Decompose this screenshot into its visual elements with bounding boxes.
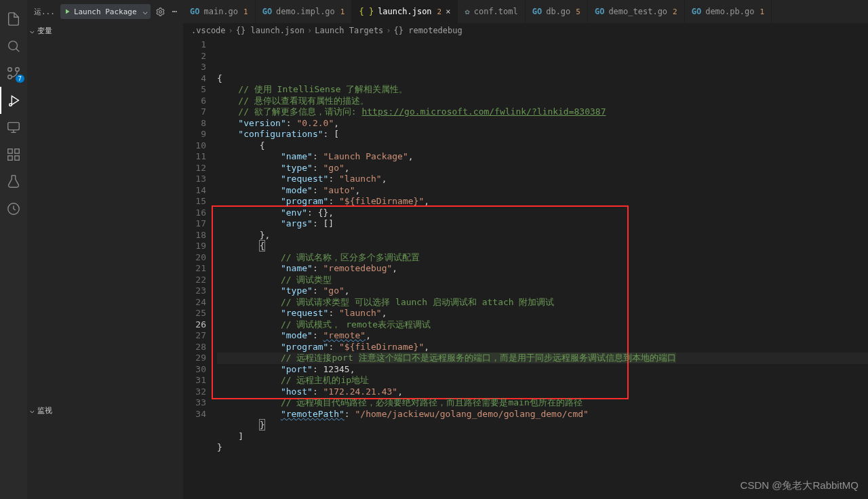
section-variables[interactable]: ⌵ 变量 [27, 23, 183, 38]
code-line[interactable]: "host": "172.24.21.43", [217, 386, 868, 398]
source-control-icon[interactable]: 7 [0, 60, 27, 87]
chevron-down-icon: ⌵ [30, 406, 35, 415]
line-number: 2 [183, 51, 206, 62]
run-header: 运... Launch Package ⌵ ⋯ [27, 0, 183, 23]
breadcrumb-sep: › [229, 26, 233, 35]
go-icon: GO [190, 7, 199, 16]
code-line[interactable]: // 远程连接port 注意这个端口不是远程服务的端口，而是用于同步远程服务调试… [217, 353, 868, 364]
tab-label: launch.json [378, 7, 431, 16]
tab-badge: 2 [673, 7, 677, 16]
close-icon[interactable]: × [446, 7, 450, 16]
line-number: 6 [183, 96, 206, 107]
gutter: 1234567891011121314151617181920212223242… [183, 38, 217, 499]
code-line[interactable]: "version": "0.2.0", [217, 118, 868, 129]
tab-label: main.go [203, 7, 238, 16]
line-number: 16 [183, 207, 206, 219]
code-line[interactable]: "mode": "auto", [217, 185, 868, 197]
code-line[interactable]: "request": "launch", [217, 308, 868, 319]
section-watch[interactable]: ⌵ 监视 [27, 403, 183, 418]
watermark: CSDN @兔老大RabbitMQ [741, 479, 859, 492]
code-line[interactable]: "program": "${fileDirname}", [217, 196, 868, 207]
code-line[interactable]: // 调试名称，区分多个多调试配置 [217, 252, 868, 264]
code-line[interactable]: "program": "${fileDirname}", [217, 342, 868, 353]
line-number: 29 [183, 353, 206, 364]
play-icon [63, 7, 71, 16]
line-number: 27 [183, 330, 206, 342]
code-line[interactable]: "args": [] [217, 218, 868, 230]
gear-icon[interactable] [153, 7, 167, 17]
sidebar: 运... Launch Package ⌵ ⋯ ⌵ 变量 ⌵ 监视 [27, 0, 183, 499]
line-number: 7 [183, 106, 206, 118]
tab-badge: 5 [576, 7, 580, 16]
code-line[interactable]: "mode": "remote", [217, 330, 868, 342]
code-line[interactable]: ] [217, 431, 868, 443]
tab-label: demo.pb.go [705, 7, 754, 16]
timeline-icon[interactable] [0, 195, 27, 222]
run-config-selector[interactable]: Launch Package ⌵ [60, 4, 151, 19]
section-watch-label: 监视 [37, 405, 52, 416]
tab-demo.pb.go[interactable]: GOdemo.pb.go1 [685, 0, 772, 23]
tab-demo_test.go[interactable]: GOdemo_test.go2 [588, 0, 685, 23]
line-number: 30 [183, 364, 206, 376]
code-line[interactable]: // 远程主机的ip地址 [217, 375, 868, 386]
code-line[interactable]: // 调试模式， remote表示远程调试 [217, 319, 868, 331]
explorer-icon[interactable] [0, 5, 27, 33]
code-area[interactable]: { // 使用 IntelliSense 了解相关属性。 // 悬停以查看现有属… [217, 38, 868, 499]
code-line[interactable]: { [217, 73, 868, 85]
search-icon[interactable] [0, 33, 27, 60]
code-line[interactable]: { [217, 140, 868, 152]
line-number: 31 [183, 375, 206, 386]
editor[interactable]: 1234567891011121314151617181920212223242… [183, 38, 868, 499]
tab-db.go[interactable]: GOdb.go5 [526, 0, 588, 23]
remote-explorer-icon[interactable] [0, 114, 27, 141]
breadcrumb-item[interactable]: Launch Targets [315, 26, 383, 35]
tab-demo.impl.go[interactable]: GOdemo.impl.go1 [256, 0, 353, 23]
code-line[interactable]: "port": 12345, [217, 364, 868, 376]
code-line[interactable]: // 调试请求类型 可以选择 launch 启动调试和 attach 附加调试 [217, 297, 868, 308]
watch-body [27, 418, 183, 499]
svg-point-1 [16, 68, 20, 72]
code-line[interactable]: { [217, 241, 868, 252]
run-debug-icon[interactable] [0, 87, 27, 114]
tab-conf.toml[interactable]: ✿conf.toml [458, 0, 525, 23]
code-line[interactable]: "name": "Launch Package", [217, 151, 868, 163]
tab-launch.json[interactable]: { }launch.json2× [352, 0, 458, 23]
tab-main.go[interactable]: GOmain.go1 [183, 0, 256, 23]
line-number: 15 [183, 196, 206, 207]
code-line[interactable]: "configurations": [ [217, 129, 868, 140]
tab-bar: GOmain.go1GOdemo.impl.go1{ }launch.json2… [183, 0, 868, 23]
line-number: 22 [183, 275, 206, 286]
testing-icon[interactable] [0, 168, 27, 195]
svg-point-4 [9, 104, 12, 106]
code-line[interactable]: "remotePath": "/home/jackiewu/golang_dem… [217, 409, 868, 420]
code-line[interactable]: "type": "go", [217, 163, 868, 174]
extensions-icon[interactable] [0, 141, 27, 168]
code-line[interactable]: "name": "remotedebug", [217, 263, 868, 275]
line-number: 23 [183, 285, 206, 297]
code-line[interactable]: "type": "go", [217, 285, 868, 297]
tab-label: demo_test.go [608, 7, 667, 16]
code-line[interactable]: } [217, 420, 868, 431]
breadcrumbs[interactable]: .vscode›{} launch.json›Launch Targets›{}… [183, 23, 868, 38]
code-line[interactable]: // 远程项目代码路径，必须要绝对路径，而且路径需要是main包所在的路径 [217, 397, 868, 409]
breadcrumb-item[interactable]: .vscode [191, 26, 226, 35]
code-line[interactable]: // 悬停以查看现有属性的描述。 [217, 96, 868, 107]
code-line[interactable]: "request": "launch", [217, 174, 868, 185]
go-icon: GO [532, 7, 542, 16]
code-line[interactable]: // 使用 IntelliSense 了解相关属性。 [217, 84, 868, 96]
line-number: 11 [183, 151, 206, 163]
code-line[interactable]: } [217, 442, 868, 454]
svg-rect-6 [8, 149, 12, 153]
code-line[interactable]: // 欲了解更多信息，请访问: https://go.microsoft.com… [217, 106, 868, 118]
code-line[interactable]: }, [217, 230, 868, 241]
tab-badge: 1 [760, 7, 764, 16]
breadcrumb-item[interactable]: {} launch.json [236, 26, 304, 35]
more-icon[interactable]: ⋯ [170, 7, 179, 16]
editor-group: GOmain.go1GOdemo.impl.go1{ }launch.json2… [183, 0, 868, 499]
code-line[interactable]: // 调试类型 [217, 275, 868, 286]
scm-badge: 7 [16, 75, 24, 83]
line-number: 28 [183, 342, 206, 353]
line-number: 32 [183, 386, 206, 398]
breadcrumb-item[interactable]: {} remotedebug [394, 26, 462, 35]
code-line[interactable]: "env": {}, [217, 207, 868, 219]
